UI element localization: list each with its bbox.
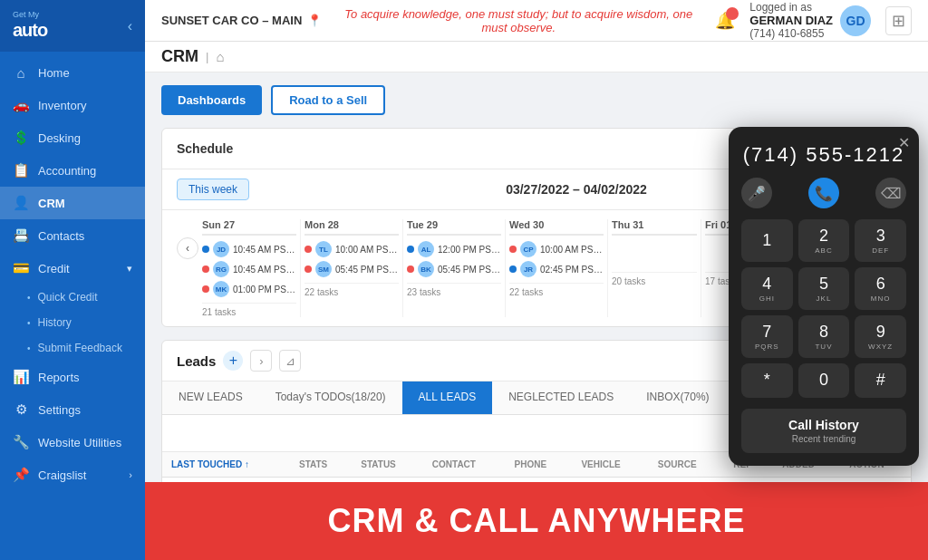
dialer-key-9[interactable]: 9WXYZ — [855, 315, 906, 358]
dialer-key-hash[interactable]: # — [855, 363, 906, 398]
dialer-key-2[interactable]: 2ABC — [798, 219, 850, 262]
dialer-key-8[interactable]: 8TUV — [798, 315, 850, 358]
tab-new-leads[interactable]: NEW LEADS — [162, 381, 259, 414]
dialer-key-star[interactable]: * — [741, 363, 793, 398]
quick-credit-label: Quick Credit — [38, 291, 98, 304]
dialer-key-6[interactable]: 6MNO — [855, 267, 906, 310]
cal-tasks-thu: 20 tasks — [612, 272, 697, 286]
event-time: 01:00 PM PST,... — [233, 285, 296, 294]
leads-filter-button[interactable]: ⊿ — [279, 350, 301, 372]
dialer-mute-button[interactable]: 🎤 — [741, 178, 772, 208]
sidebar-nav: ⌂ Home 🚗 Inventory 💲 Desking 📋 Accountin… — [0, 52, 145, 560]
cal-event: RG 10:45 AM PST,... — [202, 261, 296, 277]
dialer-close-button[interactable]: ✕ — [898, 134, 910, 151]
dialer-key-7[interactable]: 7PQRS — [741, 315, 793, 358]
dialer-key-1[interactable]: 1 — [741, 219, 793, 262]
event-time: 10:00 AM PST,... — [540, 245, 604, 255]
event-avatar: AL — [418, 241, 434, 257]
sidebar-item-desking[interactable]: 💲 Desking — [0, 121, 145, 154]
dialer-key-5[interactable]: 5JKL — [798, 267, 850, 310]
col-vehicle: VEHICLE — [572, 452, 648, 478]
dialer-call-history-button[interactable]: Call History Recent trending — [741, 409, 906, 453]
breadcrumb-separator: | — [206, 50, 208, 63]
user-info: Logged in as GERMAN DIAZ (714) 410-6855 … — [749, 1, 871, 40]
sidebar-item-submit-feedback[interactable]: Submit Feedback — [0, 335, 145, 361]
dialer-delete-button[interactable]: ⌫ — [875, 178, 906, 208]
sidebar-item-settings[interactable]: ⚙ Settings — [0, 393, 145, 426]
event-avatar: JD — [213, 241, 229, 257]
grid-menu-button[interactable]: ⊞ — [885, 6, 912, 35]
sidebar-item-credit[interactable]: 💳 Credit ▾ — [0, 252, 145, 285]
sidebar-item-label: Desking — [38, 131, 81, 145]
dashboards-button[interactable]: Dashboards — [161, 85, 262, 115]
event-dot — [304, 246, 312, 253]
sidebar-item-label: Contacts — [38, 229, 84, 243]
content-area: Dashboards Road to a Sell Schedule 05/05… — [145, 72, 928, 560]
col-stats: STATS — [290, 452, 352, 478]
sidebar-item-craigslist[interactable]: 📌 Craigslist › — [0, 459, 145, 491]
sidebar-item-quick-credit[interactable]: Quick Credit — [0, 285, 145, 310]
road-to-sell-button[interactable]: Road to a Sell — [271, 85, 385, 115]
sidebar-item-website-utilities[interactable]: 🔧 Website Utilities — [0, 426, 145, 459]
dialer-key-4[interactable]: 4GHI — [741, 267, 793, 310]
dialer-footer-sub: Recent trending — [750, 434, 897, 444]
craigslist-chevron-icon: › — [129, 469, 132, 480]
tab-neglected-leads[interactable]: NEGLECTED LEADS — [492, 381, 630, 414]
dialer-phone-number: (714) 555-1212 — [741, 143, 906, 167]
sidebar-item-history[interactable]: History — [0, 310, 145, 335]
event-time: 05:45 PM PST,... — [335, 265, 399, 275]
sidebar-item-home[interactable]: ⌂ Home — [0, 57, 145, 89]
sidebar-item-contacts[interactable]: 📇 Contacts — [0, 219, 145, 252]
sidebar-item-label: Inventory — [38, 99, 86, 112]
event-dot — [202, 246, 209, 253]
sidebar-item-label: Website Utilities — [38, 436, 121, 449]
logo: Get My auto — [13, 11, 47, 41]
submit-feedback-label: Submit Feedback — [38, 342, 122, 354]
dialer-key-0[interactable]: 0 — [798, 363, 850, 398]
tab-todays-todos[interactable]: Today's TODOs(18/20) — [259, 381, 402, 414]
tab-all-leads[interactable]: ALL LEADS — [402, 381, 493, 414]
dialer-keypad: 1 2ABC 3DEF 4GHI 5JKL 6MNO 7PQRS 8TUV 9W… — [741, 219, 906, 398]
dialer-key-3[interactable]: 3DEF — [855, 219, 906, 262]
inventory-icon: 🚗 — [13, 97, 29, 113]
leads-add-button[interactable]: + — [223, 351, 243, 371]
topbar: SUNSET CAR CO – MAIN 📍 To acquire knowle… — [145, 0, 928, 42]
sidebar-item-accounting[interactable]: 📋 Accounting — [0, 154, 145, 187]
cal-event: CP 10:00 AM PST,... — [509, 241, 604, 257]
event-dot — [407, 246, 414, 253]
sidebar-item-inventory[interactable]: 🚗 Inventory — [0, 89, 145, 121]
dialer-call-button[interactable]: 📞 — [808, 178, 839, 208]
cal-tasks-wed: 22 tasks — [509, 283, 604, 297]
sidebar: Get My auto ‹ ⌂ Home 🚗 Inventory 💲 Deski… — [0, 0, 145, 560]
this-week-badge[interactable]: This week — [177, 179, 249, 200]
sidebar-item-crm[interactable]: 👤 CRM — [0, 187, 145, 219]
sidebar-item-label: Craigslist — [38, 468, 86, 482]
tab-inbox[interactable]: INBOX(70%) — [630, 381, 725, 414]
main-area: SUNSET CAR CO – MAIN 📍 To acquire knowle… — [145, 0, 928, 560]
dialer-controls: 🎤 📞 ⌫ — [741, 178, 906, 208]
sidebar-item-label: Settings — [38, 403, 81, 417]
event-time: 02:45 PM PST,... — [540, 265, 604, 275]
event-avatar: TL — [315, 241, 332, 257]
event-avatar: CP — [520, 241, 536, 257]
calendar-prev-button[interactable]: ‹ — [177, 237, 198, 259]
col-source: SOURCE — [649, 452, 725, 478]
logo-text: auto — [13, 20, 47, 40]
cal-col-wed: Wed 30 CP 10:00 AM PST,... JR 02:45 PM P… — [506, 219, 608, 317]
col-last-touched[interactable]: LAST TOUCHED ↑ — [162, 452, 290, 478]
event-avatar: RG — [213, 261, 229, 277]
sidebar-toggle-icon[interactable]: ‹ — [128, 18, 132, 34]
breadcrumb-home-icon[interactable]: ⌂ — [216, 49, 224, 64]
sidebar-item-label: CRM — [38, 197, 65, 210]
leads-arrow-button[interactable]: › — [250, 350, 272, 372]
sidebar-logo: Get My auto ‹ — [0, 0, 145, 52]
schedule-title: Schedule — [177, 141, 233, 156]
notification-badge — [726, 7, 739, 20]
sidebar-item-reports[interactable]: 📊 Reports — [0, 361, 145, 393]
event-time: 10:45 AM PST,... — [233, 245, 296, 255]
cal-event: AL 12:00 PM PST,... — [407, 241, 501, 257]
logo-pre: Get My — [13, 11, 47, 19]
cal-event: JD 10:45 AM PST,... — [202, 241, 296, 257]
cal-event: SM 05:45 PM PST,... — [304, 261, 399, 277]
cal-day-tue: Tue 29 — [407, 219, 501, 236]
